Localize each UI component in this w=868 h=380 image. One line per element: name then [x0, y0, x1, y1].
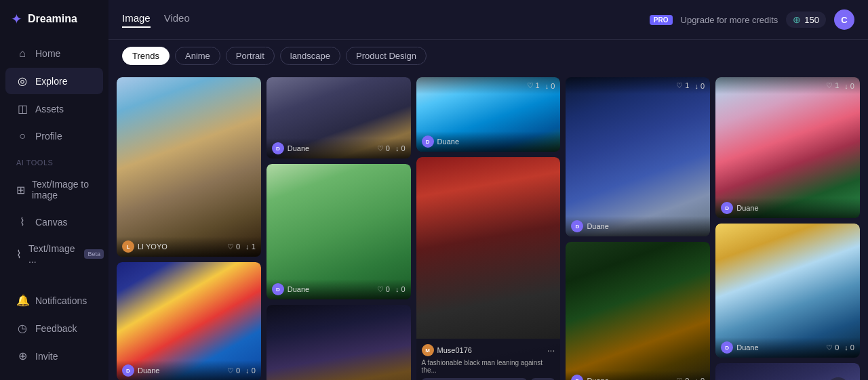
card-steampunk[interactable]: L LI YOYO ♡ 0 ↓ 1 — [117, 77, 261, 257]
sidebar-item-explore-label: Explore — [35, 76, 67, 87]
text-image-icon: ⊞ — [16, 184, 25, 196]
card-overlay: L LI YOYO ♡ 0 ↓ 1 — [117, 236, 261, 257]
masonry-grid: L LI YOYO ♡ 0 ↓ 1 D Duane — [117, 77, 860, 380]
sidebar-item-invite-label: Invite — [35, 351, 58, 362]
tab-video[interactable]: Video — [164, 12, 190, 28]
sidebar-item-home[interactable]: ⌂ Home — [5, 41, 103, 66]
dislike-dragon: ↓ 0 — [844, 82, 854, 90]
sidebar-nav: ⌂ Home ◎ Explore ◫ Assets ○ Profile AI t… — [0, 41, 108, 369]
sidebar-item-canvas[interactable]: ⌇ Canvas — [5, 209, 103, 235]
sidebar-item-profile-label: Profile — [35, 131, 62, 142]
dislike-yacht: ↓ 0 — [695, 82, 705, 90]
user-info-mountains-art: D Duane — [721, 341, 758, 354]
logo-text: Dreamina — [28, 13, 77, 25]
like-count: ♡ 0 — [227, 242, 240, 251]
credits-icon: ⊕ — [793, 14, 801, 25]
tab-image[interactable]: Image — [122, 12, 151, 28]
invite-icon: ⊕ — [16, 350, 28, 362]
card-actions-mountains-art: ♡ 0 ↓ 0 — [826, 343, 854, 352]
card-mountains-art[interactable]: D Duane ♡ 0 ↓ 0 — [715, 224, 860, 358]
like-mountains-art: ♡ 0 — [826, 343, 839, 352]
filter-product-design[interactable]: Product Design — [346, 47, 427, 65]
upgrade-text[interactable]: Upgrade for more credits — [681, 15, 778, 25]
sidebar-item-feedback-label: Feedback — [35, 323, 77, 334]
username: LI YOYO — [138, 242, 167, 251]
user-avatar-car: D — [272, 142, 284, 154]
username-warrior: Duane — [587, 377, 608, 380]
username-mountain: Duane — [288, 285, 309, 293]
filter-landscape[interactable]: landscape — [280, 47, 340, 65]
feedback-icon: ◷ — [16, 322, 28, 335]
card-warrior[interactable]: D Duane ♡ 0 ↓ 0 — [566, 242, 710, 380]
user-avatar-yacht: D — [571, 220, 583, 232]
dislike-mountain: ↓ 0 — [395, 285, 406, 293]
username-ocean: Duane — [437, 138, 459, 146]
card-overlay-car: D Duane ♡ 0 ↓ 0 — [267, 138, 411, 159]
card-overlay-mountains-art: D Duane ♡ 0 ↓ 0 — [715, 337, 860, 358]
user-info-yacht: D Duane — [571, 220, 608, 232]
sidebar-item-text-image[interactable]: ⊞ Text/Image to image — [5, 172, 103, 207]
gallery-col-3: ♡ 1 ↓ 0 D Duane — [416, 77, 561, 380]
sidebar-item-feedback[interactable]: ◷ Feedback — [5, 315, 103, 341]
user-info-car: D Duane — [272, 142, 309, 154]
card-overlay-ocean: D Duane — [416, 131, 561, 152]
user-avatar-warrior: D — [571, 375, 583, 380]
card-overlay-dragon: D Duane — [715, 198, 860, 218]
card-car[interactable]: D Duane ♡ 0 ↓ 0 — [267, 77, 411, 159]
card-actions: ♡ 0 ↓ 1 — [227, 242, 256, 251]
user-info-man: M Muse0176 — [422, 344, 472, 356]
filter-portrait[interactable]: Portrait — [226, 47, 275, 65]
sidebar-item-text-image-beta[interactable]: ⌇ Text/Image ... Beta — [5, 236, 103, 272]
card-mountain[interactable]: D Duane ♡ 0 ↓ 0 — [267, 164, 411, 299]
user-avatar-dragon: D — [721, 202, 733, 214]
card-yacht[interactable]: ♡ 1 ↓ 0 D Duane — [566, 77, 710, 236]
explore-icon: ◎ — [16, 75, 28, 87]
user-avatar-city: D — [122, 364, 134, 377]
dislike-mountains-art: ↓ 0 — [844, 343, 854, 352]
card-actions-car: ♡ 0 ↓ 0 — [377, 144, 406, 153]
sidebar-item-invite[interactable]: ⊕ Invite — [5, 343, 103, 369]
sidebar-item-notifications[interactable]: 🔔 Notifications — [5, 287, 103, 314]
card-actions-dragon-top: ♡ 1 ↓ 0 — [826, 81, 854, 90]
main-content: Image Video PRO Upgrade for more credits… — [108, 0, 868, 380]
gallery-col-1: L LI YOYO ♡ 0 ↓ 1 D Duane — [117, 77, 261, 380]
dislike-warrior: ↓ 0 — [695, 377, 705, 380]
tab-bar: Image Video — [122, 12, 190, 28]
card-scifi[interactable]: D Duane ♡ 0 ↓ 0 — [267, 305, 411, 380]
popup-description: A fashionable black man leaning against … — [422, 359, 555, 374]
credits-display: ⊕ 150 — [786, 12, 826, 28]
sidebar-item-home-label: Home — [35, 48, 60, 59]
header-right: PRO Upgrade for more credits ⊕ 150 C — [650, 9, 854, 30]
more-options-icon[interactable]: ··· — [547, 345, 555, 356]
gallery: L LI YOYO ♡ 0 ↓ 1 D Duane — [108, 72, 868, 380]
sidebar-item-assets[interactable]: ◫ Assets — [5, 96, 103, 122]
sidebar-item-profile[interactable]: ○ Profile — [5, 123, 103, 149]
card-man[interactable]: M Muse0176 ··· A fashionable black man l… — [416, 157, 561, 380]
card-actions-city: ♡ 0 ↓ 0 — [227, 366, 256, 375]
sidebar-item-explore[interactable]: ◎ Explore — [5, 68, 103, 94]
user-avatar[interactable]: C — [834, 9, 854, 30]
card-ocean[interactable]: ♡ 1 ↓ 0 D Duane — [416, 77, 561, 152]
card-overlay-mountain: D Duane ♡ 0 ↓ 0 — [267, 279, 411, 299]
notifications-icon: 🔔 — [16, 294, 28, 307]
popup-overlay: M Muse0176 ··· A fashionable black man l… — [416, 339, 561, 380]
filter-anime[interactable]: Anime — [175, 47, 220, 65]
sidebar-item-notifications-label: Notifications — [35, 295, 87, 306]
sidebar-item-text-image-label: Text/Image to image — [32, 179, 92, 200]
user-avatar-mountains-art: D — [721, 341, 733, 354]
card-dragon-girl[interactable]: ♡ 1 ↓ 0 D Duane — [715, 77, 860, 218]
filter-trends[interactable]: Trends — [122, 47, 170, 65]
like-warrior: ♡ 0 — [676, 377, 689, 381]
logo: ✦ Dreamina — [0, 11, 108, 41]
user-info-dragon: D Duane — [721, 202, 758, 214]
sidebar-item-text-image-beta-label: Text/Image ... — [28, 243, 75, 265]
user-info-ocean: D Duane — [422, 135, 459, 148]
like-city: ♡ 0 — [227, 366, 240, 375]
sidebar-item-canvas-label: Canvas — [35, 217, 67, 228]
card-city[interactable]: D Duane ♡ 0 ↓ 0 — [117, 262, 261, 380]
username-mountains-art: Duane — [736, 343, 758, 352]
user-info: L LI YOYO — [122, 240, 167, 253]
pro-badge: PRO — [650, 15, 673, 25]
home-icon: ⌂ — [16, 47, 28, 60]
username-man: Muse0176 — [437, 346, 472, 354]
